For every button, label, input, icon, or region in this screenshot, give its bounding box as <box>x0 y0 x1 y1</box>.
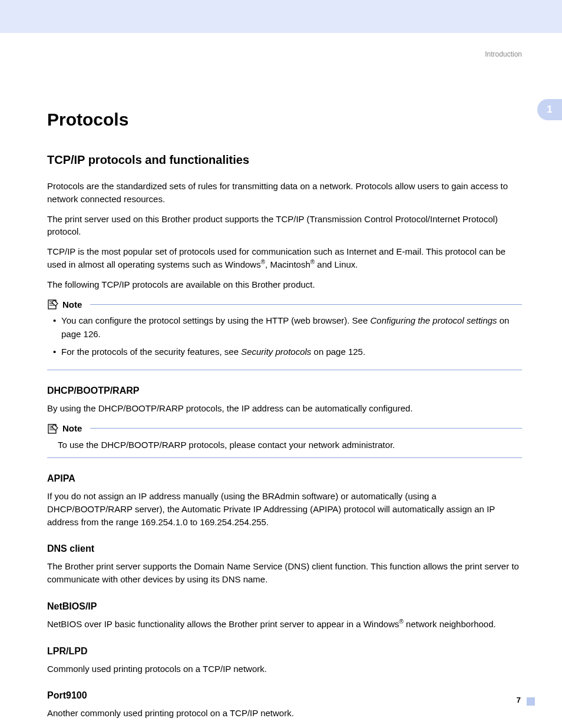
body-text: The Brother print server supports the Do… <box>47 560 522 586</box>
header-band <box>0 0 562 33</box>
registered-mark: ® <box>399 618 404 625</box>
body-text: NetBIOS over IP basic functionality allo… <box>47 618 522 631</box>
body-text: Commonly used printing protocols on a TC… <box>47 663 522 676</box>
subsection-heading-apipa: APIPA <box>47 473 522 484</box>
page-title: Protocols <box>47 110 522 130</box>
subsection-heading-port9100: Port9100 <box>47 690 522 701</box>
text-run: , Macintosh <box>265 259 310 269</box>
registered-mark: ® <box>261 259 265 265</box>
note-divider <box>90 304 522 305</box>
text-run: You can configure the protocol settings … <box>61 315 370 325</box>
text-run: network neighborhood. <box>404 619 496 629</box>
note-label: Note <box>62 423 82 433</box>
note-header: Note <box>47 423 522 434</box>
body-text: Protocols are the standardized sets of r… <box>47 180 522 206</box>
page-content: Protocols TCP/IP protocols and functiona… <box>0 33 562 720</box>
note-header: Note <box>47 299 522 309</box>
note-block: Note You can configure the protocol sett… <box>47 299 522 370</box>
subsection-heading-lpr: LPR/LPD <box>47 646 522 657</box>
note-body: You can configure the protocol settings … <box>47 314 522 370</box>
link-reference[interactable]: Security protocols <box>241 347 311 357</box>
text-run: For the protocols of the security featur… <box>61 347 241 357</box>
page-number: 7 <box>517 696 521 704</box>
body-text: If you do not assign an IP address manua… <box>47 490 522 528</box>
subsection-heading-dns: DNS client <box>47 543 522 554</box>
note-icon <box>47 299 59 309</box>
subsection-heading-dhcp: DHCP/BOOTP/RARP <box>47 386 522 396</box>
note-body: To use the DHCP/BOOTP/RARP protocols, pl… <box>47 439 522 459</box>
note-icon <box>47 423 59 434</box>
link-reference[interactable]: Configuring the protocol settings <box>370 315 497 325</box>
section-heading-tcpip: TCP/IP protocols and functionalities <box>47 153 522 167</box>
note-divider <box>90 428 522 429</box>
note-list-item: For the protocols of the security featur… <box>53 345 522 359</box>
breadcrumb: Introduction <box>485 50 522 58</box>
body-text: The following TCP/IP protocols are avail… <box>47 278 522 291</box>
body-text: The print server used on this Brother pr… <box>47 213 522 239</box>
body-text: Another commonly used printing protocol … <box>47 707 522 720</box>
note-label: Note <box>62 299 82 309</box>
note-list-item: You can configure the protocol settings … <box>53 314 522 341</box>
body-text: TCP/IP is the most popular set of protoc… <box>47 245 522 271</box>
text-run: NetBIOS over IP basic functionality allo… <box>47 619 399 629</box>
page-corner-mark <box>527 697 535 706</box>
chapter-tab: 1 <box>537 99 562 120</box>
body-text: By using the DHCP/BOOTP/RARP protocols, … <box>47 402 522 415</box>
note-text: To use the DHCP/BOOTP/RARP protocols, pl… <box>49 439 522 452</box>
subsection-heading-netbios: NetBIOS/IP <box>47 601 522 612</box>
text-run: and Linux. <box>315 259 358 269</box>
text-run: on page 125. <box>311 347 365 357</box>
note-block: Note To use the DHCP/BOOTP/RARP protocol… <box>47 423 522 459</box>
